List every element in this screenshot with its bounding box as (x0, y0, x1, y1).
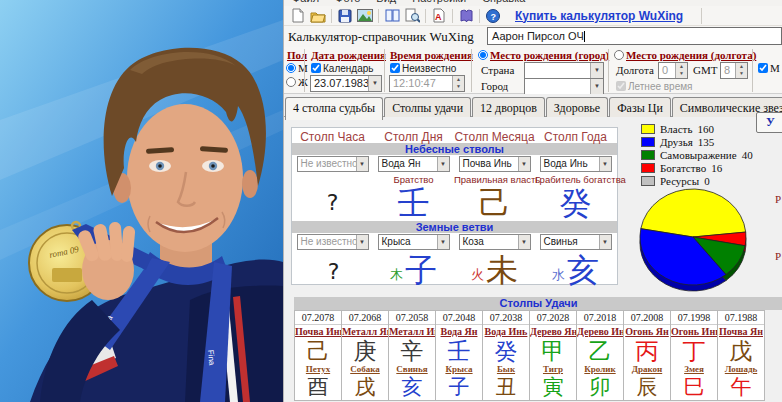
summer-time-checkbox[interactable]: Летнее время (616, 80, 693, 92)
luck-animal-link[interactable]: Кролик (577, 364, 623, 375)
spinner-arrows-icon[interactable]: ▲▼ (735, 63, 747, 78)
luck-branch-character: 寅 (530, 375, 576, 400)
columns-view-button[interactable] (382, 7, 402, 24)
tab[interactable]: 4 столпа судьбы (285, 97, 383, 120)
luck-animal-link[interactable]: Змея (671, 364, 717, 375)
toolbar-separator (378, 9, 379, 23)
dropdown-arrow-icon[interactable]: ▼ (356, 235, 368, 249)
branch-selects-row: Не известно▼Крыса▼Коза▼Свинья▼ (292, 233, 617, 252)
branch-character: 子 (405, 251, 437, 289)
calendar-checkbox[interactable]: Календарь (311, 62, 373, 74)
luck-animal-link[interactable]: Тигр (530, 364, 576, 375)
reference-book-button[interactable] (456, 7, 476, 24)
menu-item[interactable]: Вид (376, 0, 396, 4)
luck-animal-link[interactable]: Петух (295, 364, 341, 375)
luck-animal-link[interactable]: Крыса (436, 364, 482, 375)
luck-element-link[interactable]: Вода Инь (483, 325, 529, 338)
luck-element-link[interactable]: Почва Инь (295, 325, 341, 338)
city-combo[interactable]: ▼ (524, 78, 604, 95)
branch-select[interactable]: Коза▼ (459, 234, 531, 250)
tab[interactable]: Столпы удачи (384, 97, 471, 117)
birth-date-value: 23.07.1983 (314, 77, 369, 89)
gmt-label: GMT (693, 64, 717, 76)
luck-animal-link[interactable]: Дракон (624, 364, 670, 375)
dropdown-arrow-icon[interactable]: ▼ (599, 235, 611, 249)
stem-select[interactable]: Почва Инь▼ (459, 156, 531, 172)
luck-animal-link[interactable]: Бык (483, 364, 529, 375)
menu-item[interactable]: Справка (482, 0, 525, 4)
save-button[interactable] (335, 7, 355, 24)
svg-text:?: ? (490, 11, 496, 21)
luck-element-link[interactable]: Металл Ян (342, 325, 388, 338)
dropdown-arrow-icon[interactable]: ▼ (437, 157, 449, 171)
dropdown-arrow-icon[interactable]: ▼ (599, 157, 611, 171)
pillar-title: Столп Дня (373, 128, 454, 143)
legend-row: Друзья135 (641, 136, 753, 148)
stem-selects-row: Не известно▼Вода Ян▼Почва Инь▼Вода Инь▼ (292, 155, 617, 174)
menu-items: ФайлФотоВидНастройкиСправка (284, 0, 782, 4)
luck-element-link[interactable]: Металл Инь (389, 325, 435, 338)
luck-element-link[interactable]: Дерево Инь (577, 325, 623, 338)
stem-select[interactable]: Вода Инь▼ (540, 156, 612, 172)
tab[interactable]: 12 дворцов (472, 97, 545, 117)
longitude-spinner[interactable]: 0 ▲▼ (658, 62, 688, 79)
branch-select[interactable]: Не известно▼ (297, 234, 369, 250)
birth-time-value: 12:10:47 (393, 77, 436, 89)
stem-select[interactable]: Вода Ян▼ (378, 156, 450, 172)
luck-branch-character: 巳 (671, 375, 717, 400)
dropdown-arrow-icon[interactable]: ▼ (518, 157, 530, 171)
legend-label: Власть (660, 123, 692, 135)
app-title-label: Калькулятор-справочник WuXing (288, 29, 474, 45)
birth-time-spinner[interactable]: 12:10:47 ▲▼ (389, 75, 465, 92)
person-name-input[interactable]: Аарон Пирсол ОЧ (487, 27, 782, 45)
place-longitude-radio[interactable]: Место рождения (долгота) (614, 49, 756, 61)
spinner-arrows-icon[interactable]: ▲▼ (675, 63, 687, 78)
buy-wuxing-link[interactable]: Купить калькулятор WuXing (515, 9, 683, 23)
right-cut-checkbox[interactable]: М (758, 62, 780, 74)
time-unknown-checkbox[interactable]: Неизвестно (390, 62, 456, 74)
luck-element-link[interactable]: Огонь Ян (624, 325, 670, 338)
export-pdf-button[interactable]: A (429, 7, 449, 24)
athlete-photo: Fina Fina (0, 0, 283, 402)
country-combo[interactable]: ▼ (524, 62, 604, 79)
new-document-button[interactable] (288, 7, 308, 24)
photo-button[interactable] (355, 7, 375, 24)
branch-characters-row: ?木子火未水亥 (292, 252, 617, 286)
cut-off-button[interactable]: У (756, 112, 782, 133)
dropdown-arrow-icon[interactable]: ▼ (356, 157, 368, 171)
birth-date-combo[interactable]: 23.07.1983 ▼ (310, 75, 382, 92)
gmt-spinner[interactable]: 8 ▲▼ (720, 62, 748, 79)
tab[interactable]: Фазы Ци (609, 97, 671, 117)
screenshot: Fina Fina (0, 0, 782, 402)
luck-element-link[interactable]: Почва Ян (718, 325, 764, 338)
place-city-radio[interactable]: Место рождения (город) (478, 49, 609, 61)
help-button[interactable]: ? (483, 7, 503, 24)
luck-animal-link[interactable]: Лошадь (718, 364, 764, 375)
menu-item[interactable]: Фото (335, 0, 360, 4)
stem-select-value: Вода Инь (544, 158, 588, 169)
dropdown-arrow-icon[interactable]: ▼ (590, 79, 603, 94)
luck-animal-link[interactable]: Свинья (389, 364, 435, 375)
stem-select-value: Почва Инь (463, 158, 512, 169)
luck-animal-link[interactable]: Собака (342, 364, 388, 375)
tab[interactable]: Здоровье (546, 97, 608, 117)
open-file-button[interactable] (308, 7, 328, 24)
menu-item[interactable]: Настройки (412, 0, 466, 4)
luck-element-link[interactable]: Вода Ян (436, 325, 482, 338)
stem-select[interactable]: Не известно▼ (297, 156, 369, 172)
branch-select[interactable]: Свинья▼ (540, 234, 612, 250)
dropdown-arrow-icon[interactable]: ▼ (590, 63, 603, 78)
stem-character: ? (327, 190, 339, 215)
print-preview-button[interactable] (402, 7, 422, 24)
luck-date: 07.2058 (389, 311, 435, 325)
luck-pillars-header: Столпы Удачи (294, 297, 782, 310)
dropdown-arrow-icon[interactable]: ▼ (437, 235, 449, 249)
branch-select-value: Крыса (382, 236, 411, 247)
spinner-arrows-icon[interactable]: ▲▼ (452, 76, 464, 91)
dropdown-arrow-icon[interactable]: ▼ (368, 76, 381, 91)
branch-select[interactable]: Крыса▼ (378, 234, 450, 250)
menu-item[interactable]: Файл (292, 0, 319, 4)
dropdown-arrow-icon[interactable]: ▼ (518, 235, 530, 249)
luck-element-link[interactable]: Дерево Ян (530, 325, 576, 338)
luck-element-link[interactable]: Огонь Инь (671, 325, 717, 338)
